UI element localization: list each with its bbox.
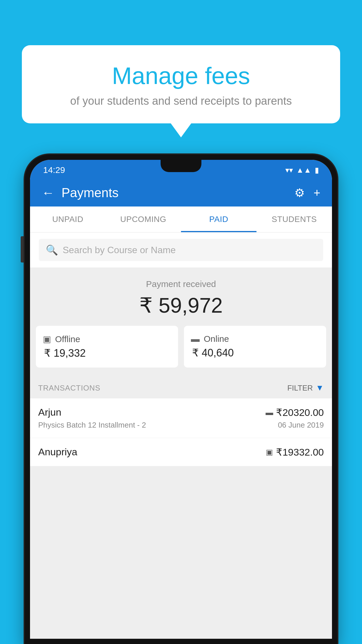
add-icon[interactable]: + [314, 186, 320, 200]
transaction-row-2: Anupriya ▣ ₹19332.00 [38, 446, 324, 458]
settings-icon[interactable]: ⚙ [294, 186, 305, 200]
back-button[interactable]: ← [42, 186, 55, 200]
page-title: Payments [61, 186, 294, 200]
tab-unpaid[interactable]: UNPAID [30, 206, 106, 232]
battery-icon: ▮ [315, 166, 319, 175]
transaction-name-1: Arjun [38, 407, 61, 418]
wifi-icon: ▾▾ [285, 166, 293, 175]
status-icons: ▾▾ ▲▲ ▮ [285, 166, 319, 175]
filter-label: FILTER [287, 384, 313, 393]
transaction-course-1: Physics Batch 12 Installment - 2 [38, 421, 146, 430]
tab-paid[interactable]: PAID [181, 206, 256, 232]
transaction-name-2: Anupriya [38, 446, 77, 458]
transaction-amount-wrap-2: ▣ ₹19332.00 [266, 446, 324, 458]
transaction-sub-row-1: Physics Batch 12 Installment - 2 06 June… [38, 421, 324, 430]
payment-cards: ▣ Offline ₹ 19,332 ▬ Online ₹ 40,640 [30, 326, 332, 376]
app-bar: ← Payments ⚙ + [30, 179, 332, 206]
online-icon: ▬ [191, 334, 200, 344]
filter-button[interactable]: FILTER ▼ [287, 383, 324, 393]
payment-amount: ₹ 59,972 [39, 293, 323, 318]
speech-bubble: Manage fees of your students and send re… [22, 45, 340, 123]
payment-label: Payment received [39, 279, 323, 289]
transaction-amount-2: ₹19332.00 [276, 446, 324, 458]
offline-payment-icon-2: ▣ [266, 448, 273, 457]
online-payment-icon-1: ▬ [266, 408, 273, 417]
online-card-header: ▬ Online [191, 334, 319, 344]
online-amount: ₹ 40,640 [192, 347, 319, 359]
search-placeholder: Search by Course or Name [63, 245, 176, 256]
search-bar: 🔍 Search by Course or Name [30, 232, 332, 267]
transactions-header: TRANSACTIONS FILTER ▼ [30, 376, 332, 398]
search-inner[interactable]: 🔍 Search by Course or Name [39, 239, 323, 261]
transactions-label: TRANSACTIONS [38, 384, 100, 393]
status-time: 14:29 [43, 165, 65, 175]
app-bar-actions: ⚙ + [294, 186, 320, 200]
content-area: 🔍 Search by Course or Name Payment recei… [30, 232, 332, 639]
tab-upcoming[interactable]: UPCOMING [106, 206, 181, 232]
transaction-amount-1: ₹20320.00 [276, 407, 324, 418]
offline-icon: ▣ [43, 334, 51, 344]
phone-frame: 14:29 ▾▾ ▲▲ ▮ ← Payments ⚙ + UNPAID UPCO… [25, 155, 337, 644]
offline-card-header: ▣ Offline [43, 334, 171, 344]
payment-summary: Payment received ₹ 59,972 [30, 267, 332, 326]
filter-icon: ▼ [316, 383, 324, 393]
search-icon: 🔍 [46, 244, 58, 256]
transaction-item[interactable]: Arjun ▬ ₹20320.00 Physics Batch 12 Insta… [30, 398, 332, 438]
tab-students[interactable]: STUDENTS [256, 206, 332, 232]
offline-card: ▣ Offline ₹ 19,332 [36, 326, 178, 368]
phone-screen: 14:29 ▾▾ ▲▲ ▮ ← Payments ⚙ + UNPAID UPCO… [30, 160, 332, 639]
phone-notch [161, 160, 201, 172]
signal-icon: ▲▲ [296, 166, 311, 175]
tabs: UNPAID UPCOMING PAID STUDENTS [30, 206, 332, 232]
bubble-subtitle: of your students and send receipts to pa… [36, 95, 326, 107]
offline-label: Offline [55, 334, 80, 344]
online-card: ▬ Online ₹ 40,640 [184, 326, 326, 368]
transaction-row-1: Arjun ▬ ₹20320.00 [38, 407, 324, 418]
online-label: Online [204, 334, 229, 344]
transaction-date-1: 06 June 2019 [278, 421, 324, 430]
transaction-amount-wrap-1: ▬ ₹20320.00 [266, 407, 324, 418]
offline-amount: ₹ 19,332 [44, 347, 171, 359]
bubble-title: Manage fees [36, 63, 326, 89]
transaction-item-2[interactable]: Anupriya ▣ ₹19332.00 [30, 438, 332, 466]
